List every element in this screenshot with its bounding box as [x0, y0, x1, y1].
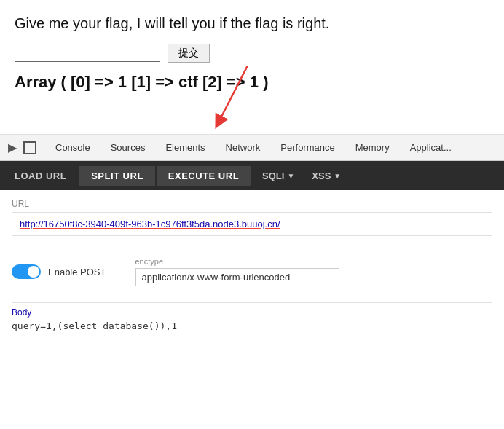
- devtools-icons: ▶: [6, 141, 36, 154]
- browser-content: Give me your flag, I will tell you if th…: [0, 0, 504, 135]
- enctype-value: application/x-www-form-urlencoded: [135, 268, 339, 286]
- tab-application[interactable]: Applicat...: [400, 136, 462, 159]
- tab-console[interactable]: Console: [45, 136, 101, 159]
- url-toolbar: LOAD URL SPLIT URL EXECUTE URL SQLI ▼ XS…: [0, 161, 504, 190]
- url-label: URL: [12, 199, 492, 209]
- input-row: 提交: [15, 44, 489, 63]
- tab-network[interactable]: Network: [216, 136, 271, 159]
- tab-elements[interactable]: Elements: [155, 136, 215, 159]
- main-content: URL http://16750f8c-3940-409f-963b-1c976…: [0, 190, 504, 340]
- svg-line-1: [218, 66, 248, 122]
- post-row: Enable POST enctype application/x-www-fo…: [12, 250, 492, 294]
- xss-arrow-icon: ▼: [334, 172, 341, 180]
- tab-memory[interactable]: Memory: [345, 136, 400, 159]
- load-url-button[interactable]: LOAD URL: [3, 166, 78, 186]
- devtools-tabs: Console Sources Elements Network Perform…: [45, 136, 498, 159]
- body-content[interactable]: query=1,(select database()),1: [12, 320, 492, 331]
- body-label: Body: [12, 307, 492, 318]
- enctype-label: enctype: [135, 257, 339, 266]
- flag-input[interactable]: [15, 44, 160, 62]
- split-url-button[interactable]: SPLIT URL: [79, 166, 155, 186]
- toggle-container: Enable POST: [12, 264, 106, 279]
- enable-post-label: Enable POST: [48, 267, 106, 278]
- body-section: Body query=1,(select database()),1: [12, 307, 492, 331]
- devtools-toolbar: ▶ Console Sources Elements Network Perfo…: [0, 135, 504, 161]
- page-prompt: Give me your flag, I will tell you if th…: [15, 13, 489, 34]
- enctype-container: enctype application/x-www-form-urlencode…: [135, 257, 339, 286]
- tab-sources[interactable]: Sources: [101, 136, 156, 159]
- divider-2: [12, 302, 492, 303]
- toggle-knob: [28, 266, 39, 278]
- submit-button[interactable]: 提交: [168, 44, 210, 63]
- arrow-indicator: [211, 66, 255, 124]
- xss-dropdown[interactable]: XSS ▼: [302, 166, 347, 186]
- url-value[interactable]: http://16750f8c-3940-409f-963b-1c976ff3f…: [20, 219, 484, 229]
- sqli-arrow-icon: ▼: [287, 172, 294, 180]
- url-field-container: http://16750f8c-3940-409f-963b-1c976ff3f…: [12, 212, 492, 236]
- sqli-dropdown[interactable]: SQLI ▼: [252, 166, 300, 186]
- enable-post-toggle[interactable]: [12, 264, 41, 279]
- tab-performance[interactable]: Performance: [270, 136, 344, 159]
- ctf-value: ctf: [178, 73, 198, 91]
- divider: [12, 245, 492, 245]
- execute-url-button[interactable]: EXECUTE URL: [157, 166, 251, 186]
- inspector-icon[interactable]: [23, 141, 36, 154]
- cursor-icon[interactable]: ▶: [6, 141, 19, 154]
